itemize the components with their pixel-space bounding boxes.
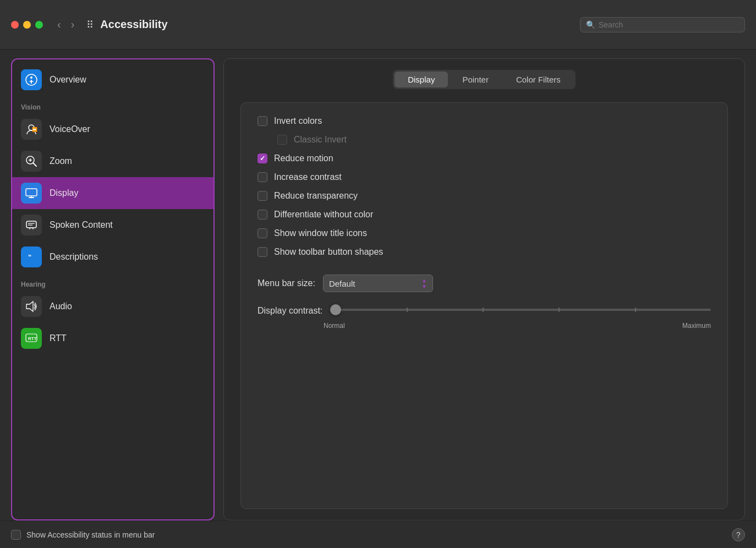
reduce-motion-checkbox[interactable]	[258, 154, 267, 163]
menu-bar-size-row: Menu bar size: Default ▲ ▼	[258, 275, 711, 292]
sidebar-item-display[interactable]: Display	[12, 177, 213, 209]
svg-line-7	[33, 163, 36, 166]
hearing-section-label: Hearing	[12, 273, 213, 291]
spoken-content-label: Spoken Content	[50, 220, 113, 230]
slider-header: Display contrast:	[258, 303, 711, 319]
classic-invert-checkbox[interactable]	[277, 135, 287, 145]
zoom-label: Zoom	[50, 156, 72, 166]
settings-panel: Invert colors Classic Invert Reduce moti…	[240, 102, 728, 509]
reduce-transparency-checkbox[interactable]	[258, 191, 267, 201]
help-button[interactable]: ?	[732, 528, 745, 541]
show-toolbar-button-shapes-row: Show toolbar button shapes	[258, 247, 711, 257]
increase-contrast-checkbox[interactable]	[258, 172, 267, 182]
differentiate-without-color-checkbox[interactable]	[258, 210, 267, 220]
descriptions-icon: "	[21, 246, 42, 267]
svg-text:⏩: ⏩	[32, 127, 37, 132]
show-toolbar-button-shapes-label: Show toolbar button shapes	[274, 247, 383, 257]
sidebar-item-descriptions[interactable]: " Descriptions	[12, 241, 213, 273]
increase-contrast-row: Increase contrast	[258, 172, 711, 182]
show-window-title-icons-label: Show window title icons	[274, 228, 367, 238]
audio-label: Audio	[50, 302, 72, 311]
descriptions-label: Descriptions	[50, 252, 98, 262]
traffic-lights	[11, 21, 43, 29]
svg-marker-18	[26, 302, 33, 311]
sidebar-item-spoken-content[interactable]: Spoken Content	[12, 209, 213, 241]
overview-icon	[21, 69, 42, 90]
differentiate-without-color-row: Differentiate without color	[258, 210, 711, 220]
reduce-motion-row: Reduce motion	[258, 154, 711, 163]
search-box[interactable]: 🔍	[580, 17, 745, 32]
reduce-transparency-row: Reduce transparency	[258, 191, 711, 201]
right-panel: Display Pointer Color Filters Invert col…	[223, 58, 745, 520]
spoken-content-icon	[21, 215, 42, 235]
increase-contrast-label: Increase contrast	[274, 172, 342, 182]
show-window-title-icons-row: Show window title icons	[258, 228, 711, 238]
slider-labels: Normal Maximum	[324, 322, 711, 330]
zoom-icon	[21, 151, 42, 172]
rtt-label: RTT	[50, 333, 67, 343]
show-accessibility-status-label: Show Accessibility status in menu bar	[26, 530, 155, 539]
bottom-bar: Show Accessibility status in menu bar ?	[0, 520, 756, 548]
bottom-left: Show Accessibility status in menu bar	[11, 530, 155, 540]
show-window-title-icons-checkbox[interactable]	[258, 228, 267, 238]
svg-text:RTT: RTT	[28, 336, 37, 341]
tab-color-filters[interactable]: Color Filters	[503, 72, 574, 87]
display-label: Display	[50, 188, 78, 198]
overview-label: Overview	[50, 75, 86, 85]
stepper-up-arrow: ▲	[421, 277, 427, 283]
menu-bar-size-label: Menu bar size:	[258, 278, 315, 288]
search-input[interactable]	[599, 20, 739, 29]
sidebar-item-rtt[interactable]: RTT RTT	[12, 322, 213, 354]
svg-text:": "	[28, 253, 31, 261]
rtt-icon: RTT	[21, 328, 42, 349]
voiceover-icon: ⏩	[21, 119, 42, 140]
search-icon: 🔍	[586, 20, 595, 29]
sidebar-item-overview[interactable]: Overview	[12, 64, 213, 96]
invert-colors-row: Invert colors	[258, 116, 711, 126]
svg-rect-13	[26, 221, 36, 228]
display-icon	[21, 183, 42, 204]
forward-button[interactable]: ›	[68, 16, 78, 33]
vision-section-label: Vision	[12, 96, 213, 113]
svg-point-1	[30, 76, 32, 79]
slider-normal-label: Normal	[324, 322, 345, 330]
sidebar: Overview Vision ⏩ VoiceOver	[11, 58, 215, 520]
reduce-motion-label: Reduce motion	[274, 154, 333, 163]
classic-invert-row: Classic Invert	[258, 135, 711, 145]
show-toolbar-button-shapes-checkbox[interactable]	[258, 247, 267, 257]
menu-bar-size-select[interactable]: Default ▲ ▼	[323, 275, 433, 292]
audio-icon	[21, 296, 42, 317]
menu-bar-default-value: Default	[329, 279, 355, 288]
invert-colors-label: Invert colors	[274, 116, 322, 126]
stepper-down-arrow: ▼	[421, 283, 427, 289]
window-title: Accessibility	[100, 18, 167, 31]
main-content: Overview Vision ⏩ VoiceOver	[0, 50, 756, 520]
tab-pointer[interactable]: Pointer	[449, 72, 502, 87]
slider-track[interactable]	[330, 309, 711, 311]
invert-colors-checkbox[interactable]	[258, 116, 267, 126]
maximize-button[interactable]	[35, 21, 43, 29]
display-contrast-label: Display contrast:	[258, 306, 322, 316]
sidebar-item-audio[interactable]: Audio	[12, 291, 213, 322]
differentiate-without-color-label: Differentiate without color	[274, 210, 373, 220]
svg-rect-10	[26, 189, 37, 196]
classic-invert-label: Classic Invert	[294, 135, 347, 145]
slider-maximum-label: Maximum	[682, 322, 711, 330]
display-contrast-row: Display contrast: Normal Maximum	[258, 303, 711, 330]
tab-group: Display Pointer Color Filters	[393, 70, 576, 89]
stepper-arrows: ▲ ▼	[421, 277, 427, 289]
reduce-transparency-label: Reduce transparency	[274, 191, 358, 201]
grid-icon[interactable]: ⠿	[86, 19, 94, 31]
sidebar-item-voiceover[interactable]: ⏩ VoiceOver	[12, 113, 213, 145]
close-button[interactable]	[11, 21, 19, 29]
minimize-button[interactable]	[23, 21, 31, 29]
voiceover-label: VoiceOver	[50, 124, 90, 134]
back-button[interactable]: ‹	[54, 16, 64, 33]
sidebar-item-zoom[interactable]: Zoom	[12, 145, 213, 177]
slider-thumb[interactable]	[330, 304, 341, 315]
show-accessibility-status-checkbox[interactable]	[11, 530, 21, 540]
tab-display[interactable]: Display	[395, 72, 448, 87]
nav-buttons: ‹ ›	[54, 16, 78, 33]
titlebar: ‹ › ⠿ Accessibility 🔍	[0, 0, 756, 50]
tabs-container: Display Pointer Color Filters	[240, 70, 728, 89]
